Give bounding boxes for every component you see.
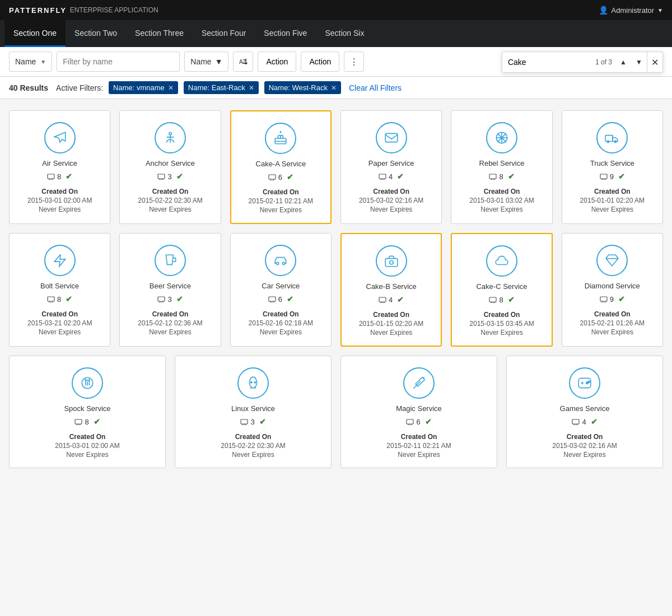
created-on-label: Created On (569, 310, 656, 318)
sort-by-select[interactable]: Name ▼ (184, 52, 228, 72)
card-icon-circle (44, 245, 76, 276)
expires-text: Never Expires (458, 206, 545, 213)
check-icon: ✔ (66, 295, 72, 304)
card-title: Linux Service (231, 404, 275, 413)
filter-chip-east-rack-label: Name: East-Rack (188, 83, 245, 92)
created-on-date: 2015-03-01 02:00 AM (16, 197, 103, 204)
svg-rect-86 (75, 419, 82, 424)
search-prev-btn[interactable]: ▲ (615, 52, 631, 72)
card-stat-count: 9 (600, 172, 614, 181)
card-stat-count: 3 (157, 172, 171, 181)
check-icon: ✔ (508, 295, 515, 304)
monitor-icon (157, 174, 165, 180)
card-meta: Created On 2015-02-11 02:21 AM Never Exp… (348, 433, 490, 459)
service-card[interactable]: Bolt Service 8 ✔ Created On 2015-03-21 0… (9, 233, 110, 347)
nav-item-section-one[interactable]: Section One (4, 20, 66, 47)
sort-by-chevron: ▼ (215, 57, 223, 66)
nav-item-section-five[interactable]: Section Five (255, 20, 316, 47)
created-on-date: 2015-03-15 03:45 AM (459, 320, 544, 328)
card-title: Games Service (560, 404, 610, 413)
monitor-icon (240, 419, 248, 425)
nav-item-section-three[interactable]: Section Three (126, 20, 193, 47)
card-icon-circle (376, 245, 407, 277)
service-card[interactable]: Games Service 4 ✔ Created On 2015-03-02 … (506, 356, 663, 468)
card-grid-row3: Spock Service 8 ✔ Created On 2015-03-01 … (9, 356, 663, 468)
svg-rect-98 (407, 419, 413, 424)
filter-chip-west-rack-close[interactable]: ✕ (331, 84, 337, 92)
search-popup-input[interactable] (502, 52, 592, 72)
card-stats: 8 ✔ (47, 295, 72, 304)
kebab-menu-btn[interactable]: ⋮ (344, 52, 364, 72)
created-on-date: 2015-01-01 02:20 AM (569, 197, 656, 204)
service-card[interactable]: Air Service 8 ✔ Created On 2015-03-01 02… (9, 110, 110, 224)
filter-by-chevron: ▼ (40, 59, 46, 65)
card-icon-circle (596, 245, 628, 276)
filter-chip-east-rack-close[interactable]: ✕ (249, 84, 254, 92)
card-title: Cake-A Service (256, 160, 306, 168)
monitor-icon (600, 296, 608, 302)
service-card[interactable]: Diamond Service 9 ✔ Created On 2015-02-2… (562, 233, 663, 347)
filter-input[interactable] (57, 52, 180, 72)
created-on-date: 2015-03-21 02:20 AM (16, 319, 103, 327)
created-on-date: 2015-02-11 02:21 AM (348, 442, 490, 450)
service-card[interactable]: Car Service 6 ✔ Created On 2015-02-16 02… (230, 233, 332, 347)
created-on-label: Created On (238, 188, 324, 196)
created-on-date: 2015-02-12 02:36 AM (127, 319, 213, 327)
clear-all-filters-link[interactable]: Clear All Filters (349, 83, 402, 92)
svg-rect-19 (48, 174, 54, 179)
action-button-1[interactable]: Action (258, 52, 296, 72)
sort-direction-btn[interactable]: A Z (233, 52, 253, 72)
filter-chip-vmname-close[interactable]: ✕ (168, 84, 174, 92)
filter-by-select[interactable]: Name ▼ (9, 52, 52, 72)
svg-rect-70 (385, 259, 398, 267)
created-on-date: 2015-02-22 02:30 AM (182, 442, 324, 450)
user-menu[interactable]: 👤 Administrator ▼ (599, 6, 663, 15)
card-title: Beer Service (150, 282, 191, 290)
card-meta: Created On 2015-03-01 03:02 AM Never Exp… (458, 188, 545, 213)
expires-text: Never Expires (569, 206, 656, 213)
search-next-btn[interactable]: ▼ (631, 52, 647, 72)
card-stats: 4 ✔ (572, 417, 597, 426)
nav-item-section-four[interactable]: Section Four (193, 20, 255, 47)
svg-rect-45 (489, 174, 496, 179)
user-menu-chevron[interactable]: ▼ (657, 7, 663, 13)
created-on-label: Created On (458, 188, 545, 195)
card-icon-circle (569, 367, 600, 399)
created-on-label: Created On (182, 433, 324, 441)
check-icon: ✔ (66, 172, 72, 181)
nav-item-section-two[interactable]: Section Two (66, 20, 126, 47)
service-card[interactable]: Linux Service 3 ✔ Created On 2015-02-22 … (175, 356, 332, 468)
service-card[interactable]: Anchor Service 3 ✔ Created On 2015-02-22… (119, 110, 221, 224)
created-on-label: Created On (16, 310, 103, 318)
service-card[interactable]: Spock Service 8 ✔ Created On 2015-03-01 … (9, 356, 166, 468)
nav-item-section-six[interactable]: Section Six (316, 20, 373, 47)
svg-rect-25 (158, 174, 165, 179)
monitor-icon (406, 419, 414, 425)
service-card[interactable]: Truck Service 9 ✔ Created On 2015-01-01 … (562, 110, 663, 224)
service-card[interactable]: Magic Service 6 ✔ Created On 2015-02-11 … (340, 356, 497, 468)
service-card[interactable]: Cake-B Service 4 ✔ Created On 2015-01-15… (340, 233, 442, 347)
card-stats: 6 ✔ (268, 172, 293, 181)
card-stats: 6 ✔ (406, 417, 431, 426)
service-card[interactable]: Paper Service 4 ✔ Created On 2015-03-02 … (340, 110, 442, 224)
card-stats: 4 ✔ (379, 295, 404, 304)
card-stat-count: 4 (572, 418, 586, 426)
toolbar: Name ▼ Name ▼ A Z Action Action ⋮ 🔍 (0, 47, 672, 77)
monitor-icon (74, 419, 82, 425)
card-title: Air Service (42, 159, 77, 167)
service-card[interactable]: Rebel Service 8 ✔ Created On 2015-03-01 … (451, 110, 552, 224)
created-on-label: Created On (459, 311, 544, 319)
card-stats: 4 ✔ (379, 172, 404, 181)
search-close-btn[interactable]: ✕ (647, 52, 662, 72)
card-meta: Created On 2015-02-21 01:26 AM Never Exp… (569, 310, 656, 336)
service-card[interactable]: Cake-C Service 8 ✔ Created On 2015-03-15… (451, 233, 552, 347)
action-button-2[interactable]: Action (301, 52, 339, 72)
card-meta: Created On 2015-03-02 02:16 AM Never Exp… (514, 433, 656, 459)
check-icon: ✔ (94, 417, 100, 426)
service-card[interactable]: Cake-A Service 6 ✔ Created On 2015-02-11… (230, 110, 332, 224)
check-icon: ✔ (618, 295, 625, 304)
filter-bar: 40 Results Active Filters: Name: vmname … (0, 77, 672, 99)
expires-text: Never Expires (514, 451, 656, 459)
service-card[interactable]: Beer Service 3 ✔ Created On 2015-02-12 0… (119, 233, 221, 347)
card-title: Magic Service (396, 404, 442, 413)
